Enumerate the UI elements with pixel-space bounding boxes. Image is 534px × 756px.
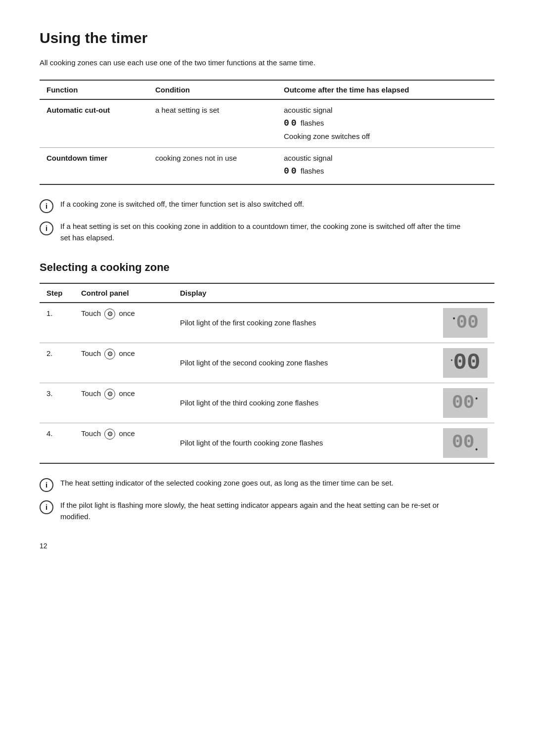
touch-symbol: ⊙ [104,349,115,359]
outcome-display-1: 00 [284,117,299,130]
info-icon-4: i [40,500,53,514]
page-title: Using the timer [40,30,494,46]
display-image-4: 00• [443,428,488,458]
step-cell: 3. [40,383,74,423]
col-header-control: Control panel [74,283,173,303]
info-text-1: If a cooking zone is switched off, the t… [60,199,465,210]
intro-text: All cooking zones can use each use one o… [40,57,445,69]
cooking-zone-table: Step Control panel Display 1. Touch ⊙ on… [40,283,494,464]
col-header-display: Display [173,283,494,303]
info-note-3: i The heat setting indicator of the sele… [40,478,465,492]
table-row: Automatic cut-out a heat setting is set … [40,99,494,148]
condition-cell: a heat setting is set [148,99,277,148]
info-icon-1: i [40,199,53,213]
section-title-cooking-zone: Selecting a cooking zone [40,261,494,274]
col-header-outcome: Outcome after the time has elapsed [277,80,494,99]
outcome-cell: acoustic signal 00 flashes Cooking zone … [277,99,494,148]
info-text-2: If a heat setting is set on this cooking… [60,221,465,243]
info-text-4: If the pilot light is flashing more slow… [60,500,465,522]
touch-symbol: ⊙ [104,309,115,319]
info-text-3: The heat setting indicator of the select… [60,478,465,489]
function-cell: Countdown timer [40,147,148,184]
control-cell: Touch ⊙ once [74,343,173,383]
touch-symbol: ⊙ [104,429,115,440]
step-cell: 1. [40,303,74,343]
control-cell: Touch ⊙ once [74,423,173,464]
table-row: Countdown timer cooking zones not in use… [40,147,494,184]
outcome-display-2: 00 [284,165,299,178]
control-cell: Touch ⊙ once [74,303,173,343]
control-cell: Touch ⊙ once [74,383,173,423]
table-row: 1. Touch ⊙ once Pilot light of the first… [40,303,494,343]
page-number: 12 [40,542,494,550]
step-cell: 2. [40,343,74,383]
table-row: 2. Touch ⊙ once Pilot light of the secon… [40,343,494,383]
step-cell: 4. [40,423,74,464]
table-row: 3. Touch ⊙ once Pilot light of the third… [40,383,494,423]
function-cell: Automatic cut-out [40,99,148,148]
condition-cell: cooking zones not in use [148,147,277,184]
table-row: 4. Touch ⊙ once Pilot light of the fourt… [40,423,494,464]
outcome-cell: acoustic signal 00 flashes [277,147,494,184]
timer-table: Function Condition Outcome after the tim… [40,80,494,185]
display-cell: Pilot light of the first cooking zone fl… [173,303,494,343]
info-icon-2: i [40,222,53,235]
touch-symbol: ⊙ [104,389,115,400]
col-header-step: Step [40,283,74,303]
display-cell: Pilot light of the third cooking zone fl… [173,383,494,423]
info-note-2: i If a heat setting is set on this cooki… [40,221,465,243]
display-image-2: •00 [443,348,488,378]
info-note-1: i If a cooking zone is switched off, the… [40,199,465,213]
info-note-4: i If the pilot light is flashing more sl… [40,500,465,522]
col-header-function: Function [40,80,148,99]
info-icon-3: i [40,478,53,492]
display-image-3: 00• [443,388,488,418]
col-header-condition: Condition [148,80,277,99]
display-cell: Pilot light of the fourth cooking zone f… [173,423,494,464]
display-cell: Pilot light of the second cooking zone f… [173,343,494,383]
display-image-1: •00 [443,308,488,338]
